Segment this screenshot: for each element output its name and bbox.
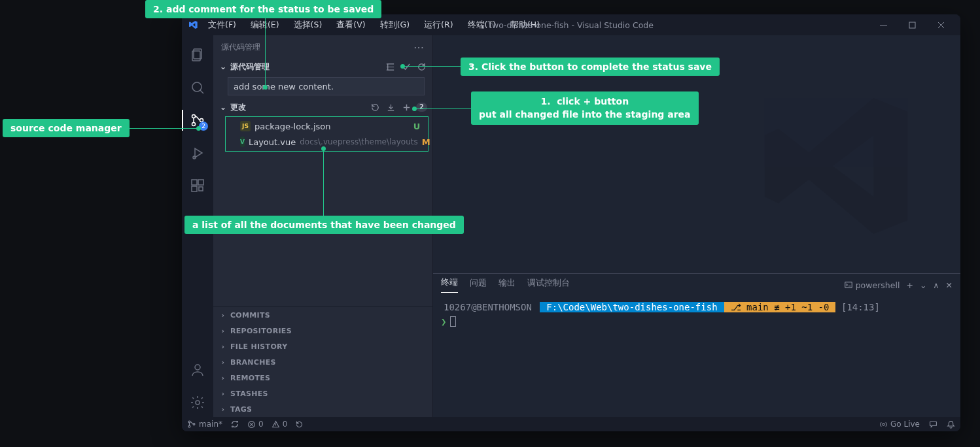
feedback-icon[interactable] [929,420,937,429]
menu-view[interactable]: 查看(V) [331,17,370,33]
terminal-body[interactable]: 10267@BENTHOMSON F:\Code\Web\two-dishes-… [433,296,960,417]
account-icon[interactable] [182,356,213,384]
settings-icon[interactable] [182,388,213,417]
run-debug-icon[interactable] [182,139,213,167]
change-row[interactable]: V Layout.vue docs\.vuepress\theme\layout… [226,134,428,150]
warnings-indicator[interactable]: 0 [271,420,288,429]
extensions-icon[interactable] [182,171,213,200]
more-icon[interactable]: ⋯ [413,41,425,54]
tab-terminal[interactable]: 终端 [441,277,458,293]
svg-rect-12 [199,187,203,191]
terminal-host: 10267@BENTHOMSON [441,302,534,312]
view-tree-icon[interactable] [384,61,396,73]
annotation-line [404,66,461,67]
sync-indicator[interactable] [230,420,239,429]
svg-point-18 [193,423,195,425]
shell-label: powershell [856,280,900,290]
file-type-icon: JS [240,121,251,131]
section-label: STASHES [230,389,268,398]
search-icon[interactable] [182,73,213,102]
terminal-panel: 终端 问题 输出 调试控制台 powershell + ⌄ ∧ ✕ [433,273,960,417]
svg-rect-10 [198,180,203,185]
annotation-line [323,150,324,216]
section-commits[interactable]: ›COMMITS [213,307,432,323]
annotation-line [416,108,471,109]
terminal-time: [14:13] [841,302,880,312]
menu-go[interactable]: 转到(G) [375,17,415,33]
branch-name: main* [199,420,222,429]
changes-count-badge: 2 [416,103,427,112]
annotation-line [265,16,266,86]
maximize-panel-icon[interactable]: ∧ [933,280,939,290]
svg-point-20 [883,423,884,425]
svg-point-6 [192,123,196,126]
scm-section-label: 源代码管理 [230,62,270,72]
tab-problems[interactable]: 问题 [470,278,487,293]
stage-all-icon[interactable] [400,101,412,113]
close-panel-icon[interactable]: ✕ [946,280,953,290]
section-branches[interactable]: ›BRANCHES [213,354,432,370]
refresh-icon[interactable] [415,61,427,73]
new-terminal-icon[interactable]: + [906,280,913,290]
tab-debug-console[interactable]: 调试控制台 [527,278,570,293]
explorer-icon[interactable] [182,41,213,69]
change-row[interactable]: JS package-lock.json U [226,118,428,134]
sidebar-title: 源代码管理 [221,42,260,53]
section-stashes[interactable]: ›STASHES [213,386,432,401]
changes-section-header[interactable]: ⌄ 更改 2 [213,99,432,115]
shell-selector[interactable]: powershell [844,280,900,290]
go-live-button[interactable]: Go Live [879,420,920,429]
annotation-dot [263,85,268,90]
section-remotes[interactable]: ›REMOTES [213,370,432,386]
warning-count: 0 [283,420,288,429]
svg-point-8 [193,156,196,159]
history-indicator[interactable] [295,420,304,429]
maximize-button[interactable] [898,14,926,35]
file-name: package-lock.json [254,122,331,131]
section-tags[interactable]: ›TAGS [213,401,432,417]
annotation-click-commit: 3. Click the button to complete the stat… [461,58,720,76]
errors-indicator[interactable]: 0 [247,420,264,429]
annotation-comment: 2. add comment for the status to be save… [145,0,381,18]
section-label: BRANCHES [230,358,276,367]
commit-message-input[interactable] [228,77,425,95]
svg-point-13 [195,365,200,370]
svg-rect-1 [909,22,915,28]
annotation-line [119,128,198,129]
stash-icon[interactable] [385,101,396,113]
scm-section-header[interactable]: ⌄ 源代码管理 [213,59,432,74]
menu-run[interactable]: 运行(R) [419,17,458,33]
chevron-down-icon: ⌄ [219,103,228,112]
svg-point-14 [196,401,200,405]
annotation-changed-list: a list of all the documents that have be… [184,216,464,234]
annotation-click-stage: 1. click + button put all changed file i… [471,91,699,125]
statusbar: main* 0 0 Go Live [182,417,960,431]
menu-selection[interactable]: 选择(S) [289,17,328,33]
file-path: docs\.vuepress\theme\layouts [300,137,417,146]
annotation-dot [196,126,201,131]
window-title: two-dishes-one-fish - Visual Studio Code [489,20,654,30]
changes-label: 更改 [230,103,246,112]
file-type-icon: V [240,137,245,147]
split-terminal-dropdown-icon[interactable]: ⌄ [920,280,926,290]
terminal-tabs: 终端 问题 输出 调试控制台 powershell + ⌄ ∧ ✕ [433,274,960,296]
changes-list: JS package-lock.json U V Layout.vue docs… [225,116,429,152]
section-file-history[interactable]: ›FILE HISTORY [213,339,432,354]
svg-point-5 [192,115,196,118]
file-name: Layout.vue [249,137,296,147]
go-live-label: Go Live [890,420,920,429]
branch-indicator[interactable]: main* [187,420,222,429]
minimize-button[interactable] [869,14,898,35]
annotation-scm: source code manager [3,119,130,137]
svg-rect-15 [845,282,852,288]
svg-rect-11 [192,186,197,191]
chevron-down-icon: ⌄ [219,62,228,71]
notifications-icon[interactable] [947,420,955,429]
discard-all-icon[interactable] [369,101,381,113]
prompt-symbol: ❯ [441,316,446,327]
svg-rect-0 [880,25,887,25]
tab-output[interactable]: 输出 [499,278,516,293]
close-button[interactable] [926,14,955,35]
section-repositories[interactable]: ›REPOSITORIES [213,323,432,339]
menu-file[interactable]: 文件(F) [203,17,241,33]
